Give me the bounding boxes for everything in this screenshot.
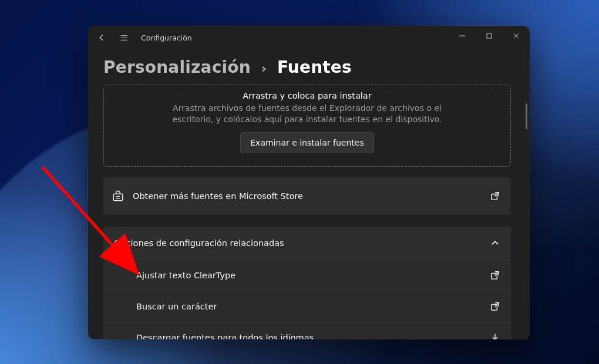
download-all-languages-item[interactable]: Descargar fuentes para todos los idiomas <box>103 322 511 339</box>
related-settings-header-label: Opciones de configuración relacionadas <box>114 238 490 248</box>
download-all-languages-label: Descargar fuentes para todos los idiomas <box>136 333 490 339</box>
chevron-up-icon <box>490 238 500 248</box>
svg-rect-1 <box>113 194 122 201</box>
open-external-icon <box>490 191 500 201</box>
close-button[interactable] <box>503 26 530 46</box>
app-title: Configuración <box>141 33 192 42</box>
related-settings-group: Opciones de configuración relacionadas A… <box>103 227 511 339</box>
breadcrumb-parent[interactable]: Personalización <box>103 58 251 77</box>
store-icon <box>112 190 124 203</box>
get-more-fonts-tile[interactable]: Obtener más fuentes en Microsoft Store <box>103 177 511 215</box>
breadcrumb: Personalización › Fuentes <box>103 58 514 77</box>
open-external-icon <box>490 301 500 312</box>
browse-fonts-button[interactable]: Examinar e instalar fuentes <box>240 132 373 153</box>
window-controls <box>449 26 530 46</box>
dropzone-title: Arrastra y coloca para instalar <box>120 91 494 100</box>
download-icon <box>490 332 500 339</box>
font-install-dropzone[interactable]: Arrastra y coloca para instalar Arrastra… <box>103 85 511 167</box>
related-settings-header[interactable]: Opciones de configuración relacionadas <box>103 227 511 259</box>
get-more-fonts-label: Obtener más fuentes en Microsoft Store <box>133 191 490 201</box>
content-area: Arrastra y coloca para instalar Arrastra… <box>103 85 530 339</box>
menu-button[interactable] <box>115 29 133 46</box>
breadcrumb-page: Fuentes <box>277 58 352 77</box>
open-external-icon <box>490 270 500 281</box>
minimize-button[interactable] <box>449 26 476 46</box>
back-button[interactable] <box>93 29 110 46</box>
maximize-button[interactable] <box>476 26 503 46</box>
titlebar: Configuración <box>88 26 530 49</box>
dropzone-description: Arrastra archivos de fuentes desde el Ex… <box>154 103 460 125</box>
adjust-cleartype-item[interactable]: Ajustar texto ClearType <box>103 259 511 291</box>
settings-window: Configuración Personalización › Fuentes <box>88 26 530 339</box>
breadcrumb-separator: › <box>261 61 267 76</box>
find-character-label: Buscar un carácter <box>136 302 490 311</box>
adjust-cleartype-label: Ajustar texto ClearType <box>136 271 490 280</box>
find-character-item[interactable]: Buscar un carácter <box>103 291 511 322</box>
browse-fonts-label: Examinar e instalar fuentes <box>250 138 364 147</box>
svg-rect-0 <box>487 33 492 38</box>
page-header: Personalización › Fuentes <box>88 49 530 85</box>
